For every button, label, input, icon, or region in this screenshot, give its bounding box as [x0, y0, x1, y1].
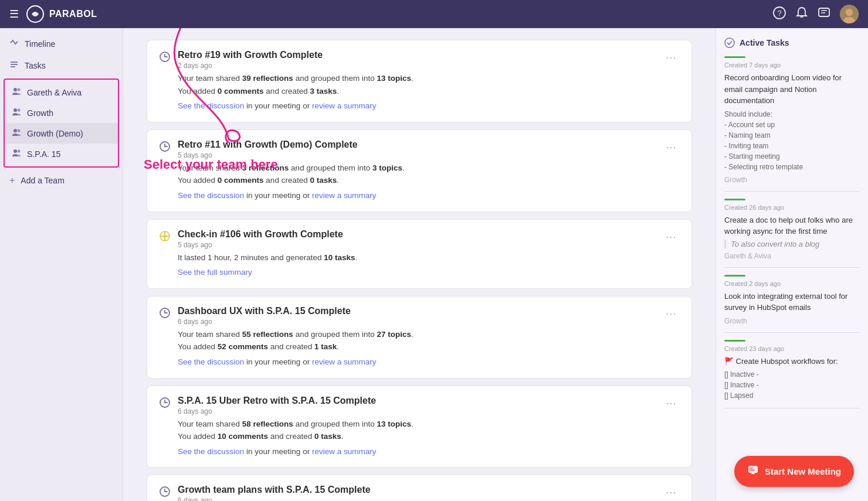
meeting-card: Check-in #106 with Growth Complete 5 day… — [147, 219, 692, 289]
meeting-title: Check-in #106 with Growth Complete — [178, 229, 655, 240]
meeting-body: It lasted 1 hour, 2 minutes and generate… — [159, 251, 680, 279]
meeting-list: Retro #19 with Growth Complete 2 days ag… — [147, 40, 692, 501]
meeting-menu-button[interactable]: ⋯ — [662, 396, 680, 411]
sidebar-item-gareth-aviva[interactable]: Gareth & Aviva — [5, 82, 118, 103]
summary-link[interactable]: review a summary — [312, 447, 377, 456]
svg-point-14 — [13, 129, 17, 132]
task-team: Growth — [724, 317, 860, 325]
app-name: PARABOL — [49, 9, 97, 19]
task-date: Created 2 days ago — [724, 280, 860, 287]
help-icon[interactable]: ? — [773, 6, 786, 22]
task-progress-bar — [724, 199, 745, 200]
add-team-label: Add a Team — [21, 176, 64, 185]
meeting-menu-button[interactable]: ⋯ — [662, 139, 680, 155]
start-new-meeting-button[interactable]: Start New Meeting — [734, 456, 854, 487]
task-card: Created 23 days ago 🚩 Create Hubspot wor… — [724, 340, 860, 409]
topnav: ☰ PARABOL ? — [0, 0, 868, 28]
task-text: 🚩 Create Hubspot workflows for: — [724, 356, 860, 367]
svg-point-12 — [13, 108, 17, 112]
meeting-title: Retro #11 with Growth (Demo) Complete — [178, 139, 655, 150]
meeting-menu-button[interactable]: ⋯ — [662, 306, 680, 321]
chat-bubble-icon — [747, 464, 759, 479]
meeting-time: 5 days ago — [178, 241, 655, 249]
meeting-card: S.P.A. 15 Uber Retro with S.P.A. 15 Comp… — [147, 386, 692, 468]
meeting-body: Your team shared 39 reflections and grou… — [159, 72, 680, 113]
meeting-type-icon — [159, 230, 171, 245]
task-date: Created 23 days ago — [724, 345, 860, 352]
gareth-aviva-label: Gareth & Aviva — [27, 88, 82, 97]
meeting-time: 6 days ago — [178, 496, 655, 501]
fab-label: Start New Meeting — [765, 466, 841, 476]
meeting-menu-button[interactable]: ⋯ — [662, 485, 680, 500]
notifications-icon[interactable] — [795, 6, 808, 22]
svg-point-24 — [725, 38, 734, 47]
meeting-title: Growth team plans with S.P.A. 15 Complet… — [178, 485, 655, 495]
svg-point-11 — [18, 88, 21, 91]
topnav-icons: ? — [773, 5, 859, 23]
meeting-title: Retro #19 with Growth Complete — [178, 50, 655, 60]
timeline-icon — [9, 38, 19, 49]
task-details: Should include:- Account set up- Naming … — [724, 109, 860, 172]
sidebar-item-tasks[interactable]: Tasks — [0, 54, 123, 76]
meeting-body: Your team shared 3 reflections and group… — [159, 162, 680, 202]
svg-point-10 — [13, 88, 17, 91]
svg-rect-25 — [748, 466, 758, 473]
task-progress-bar — [724, 56, 745, 58]
meeting-type-icon — [159, 141, 171, 155]
task-date: Created 7 days ago — [724, 62, 860, 69]
summary-link[interactable]: review a summary — [312, 191, 377, 200]
sidebar-item-timeline[interactable]: Timeline — [0, 33, 123, 54]
meeting-type-icon — [159, 486, 171, 500]
meeting-time: 6 days ago — [178, 318, 655, 326]
menu-icon[interactable]: ☰ — [9, 8, 19, 21]
chat-icon[interactable] — [818, 6, 830, 22]
task-card: Created 7 days ago Record onboarding Loo… — [724, 56, 860, 192]
active-tasks-title: Active Tasks — [724, 38, 860, 48]
meeting-body: Your team shared 58 reflections and grou… — [159, 418, 680, 458]
summary-link[interactable]: See the full summary — [178, 268, 252, 277]
sidebar-item-add-team[interactable]: + Add a Team — [0, 170, 123, 191]
svg-point-13 — [18, 109, 21, 112]
sidebar-item-growth-demo[interactable]: Growth (Demo) — [5, 123, 118, 144]
task-text: Create a doc to help out folks who are w… — [724, 214, 860, 237]
sidebar-item-spa15[interactable]: S.P.A. 15 — [5, 144, 118, 164]
meeting-title: Dashboard UX with S.P.A. 15 Complete — [178, 306, 655, 316]
tasks-label: Tasks — [25, 61, 46, 70]
svg-point-15 — [18, 129, 21, 132]
right-panel: Active Tasks Created 7 days ago Record o… — [716, 28, 868, 501]
task-text: Look into integrating external tool for … — [724, 291, 860, 313]
meeting-menu-button[interactable]: ⋯ — [662, 229, 680, 244]
task-progress-bar — [724, 340, 745, 342]
svg-point-5 — [846, 9, 853, 16]
tasks-icon — [9, 60, 19, 71]
task-card: Created 26 days ago Create a doc to help… — [724, 199, 860, 268]
people-icon-2 — [12, 107, 21, 118]
growth-label: Growth — [27, 108, 53, 118]
task-progress-bar — [724, 275, 745, 277]
discussion-link[interactable]: See the discussion — [178, 357, 244, 366]
discussion-link[interactable]: See the discussion — [178, 101, 244, 110]
avatar[interactable] — [840, 5, 859, 23]
meeting-card: Retro #19 with Growth Complete 2 days ag… — [147, 40, 692, 122]
timeline-label: Timeline — [25, 39, 55, 49]
meeting-card: Growth team plans with S.P.A. 15 Complet… — [147, 475, 692, 501]
meeting-time: 5 days ago — [178, 151, 655, 159]
svg-rect-27 — [750, 470, 755, 471]
meeting-card: Dashboard UX with S.P.A. 15 Complete 6 d… — [147, 296, 692, 379]
discussion-link[interactable]: See the discussion — [178, 447, 244, 456]
task-team: Gareth & Aviva — [724, 252, 860, 260]
sidebar-item-growth[interactable]: Growth — [5, 103, 118, 123]
summary-link[interactable]: review a summary — [312, 101, 377, 110]
meeting-card: Retro #11 with Growth (Demo) Complete 5 … — [147, 129, 692, 212]
app-logo: PARABOL — [26, 5, 97, 23]
people-icon-4 — [12, 148, 21, 159]
teams-section: Gareth & Aviva Growth Growth (Demo) S.P.… — [4, 79, 119, 168]
meeting-menu-button[interactable]: ⋯ — [662, 50, 680, 65]
discussion-link[interactable]: See the discussion — [178, 191, 244, 200]
people-icon-3 — [12, 128, 21, 139]
svg-rect-3 — [819, 8, 829, 16]
summary-link[interactable]: review a summary — [312, 357, 377, 366]
task-card: Created 2 days ago Look into integrating… — [724, 275, 860, 333]
meeting-title: S.P.A. 15 Uber Retro with S.P.A. 15 Comp… — [178, 396, 655, 406]
fab-container: Start New Meeting — [734, 456, 854, 487]
